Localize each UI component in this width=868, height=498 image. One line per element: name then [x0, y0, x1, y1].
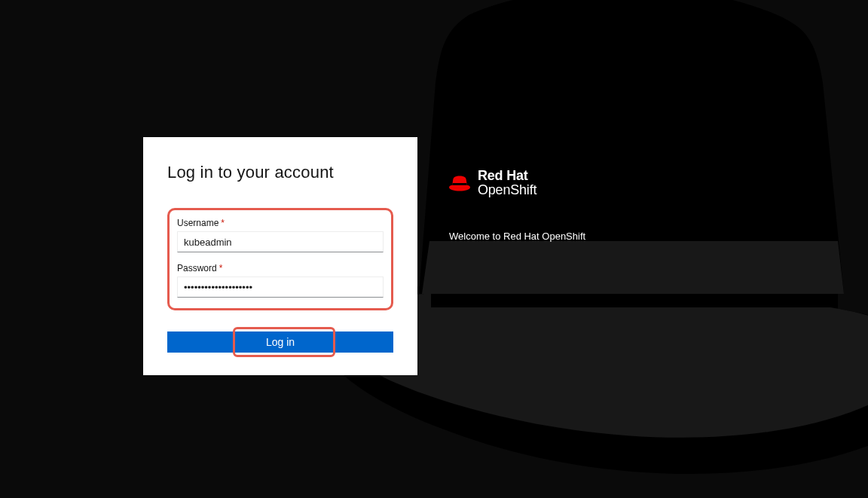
login-heading: Log in to your account: [167, 163, 393, 182]
username-label: Username*: [177, 218, 384, 228]
brand-line-1: Red Hat: [478, 169, 536, 183]
welcome-text: Welcome to Red Hat OpenShift: [449, 231, 585, 242]
brand-line-2: OpenShift: [478, 183, 536, 197]
login-button-highlight: Log in: [167, 331, 393, 353]
password-label: Password*: [177, 263, 384, 273]
login-button[interactable]: Log in: [167, 331, 393, 353]
brand-column: Red Hat OpenShift Welcome to Red Hat Ope…: [449, 137, 585, 242]
redhat-fedora-icon: [449, 175, 470, 191]
brand-logo-row: Red Hat OpenShift: [449, 169, 585, 197]
login-card: Log in to your account Username* Passwor…: [143, 137, 417, 375]
username-input[interactable]: [177, 231, 384, 252]
required-asterisk: *: [221, 218, 225, 228]
credentials-highlight: Username* Password*: [167, 208, 393, 310]
password-input[interactable]: [177, 276, 384, 298]
brand-text: Red Hat OpenShift: [478, 169, 536, 197]
required-asterisk: *: [219, 263, 223, 273]
